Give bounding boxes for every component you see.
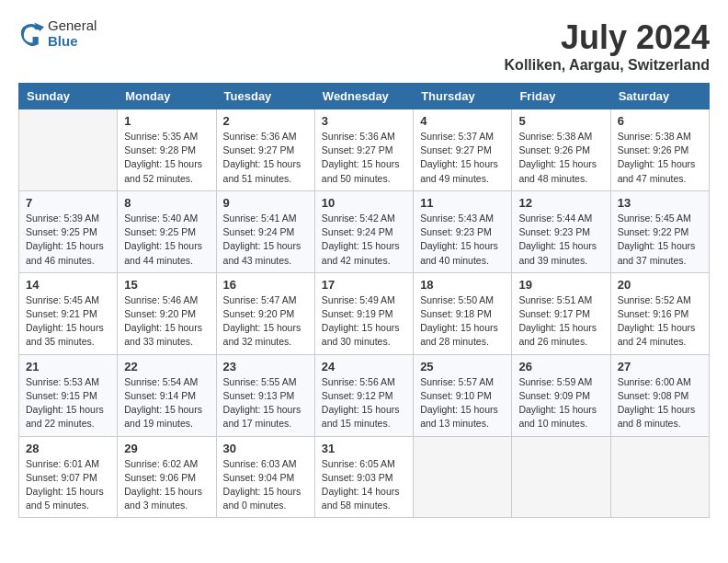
day-header-friday: Friday [512,84,610,109]
cell-day-number: 24 [322,360,406,373]
calendar-cell: 17Sunrise: 5:49 AM Sunset: 9:19 PM Dayli… [314,272,413,354]
cell-day-number: 20 [618,278,702,292]
calendar-cell: 28Sunrise: 6:01 AM Sunset: 9:07 PM Dayli… [19,436,118,518]
cell-day-info: Sunrise: 5:45 AM Sunset: 9:22 PM Dayligh… [618,212,702,268]
cell-day-info: Sunrise: 5:46 AM Sunset: 9:20 PM Dayligh… [124,293,209,350]
calendar-cell: 10Sunrise: 5:42 AM Sunset: 9:24 PM Dayli… [314,190,413,272]
cell-day-info: Sunrise: 5:55 AM Sunset: 9:13 PM Dayligh… [223,375,308,431]
cell-day-number: 13 [618,196,702,210]
calendar-cell: 29Sunrise: 6:02 AM Sunset: 9:06 PM Dayli… [118,436,216,518]
cell-day-info: Sunrise: 5:59 AM Sunset: 9:09 PM Dayligh… [518,375,603,431]
calendar-cell: 8Sunrise: 5:40 AM Sunset: 9:25 PM Daylig… [118,190,216,272]
cell-day-number: 30 [223,442,308,455]
cell-day-info: Sunrise: 5:56 AM Sunset: 9:12 PM Dayligh… [322,375,406,431]
cell-day-number: 4 [420,114,505,128]
calendar-week-row: 7Sunrise: 5:39 AM Sunset: 9:25 PM Daylig… [19,190,710,272]
logo-icon [18,21,44,47]
cell-day-info: Sunrise: 6:01 AM Sunset: 9:07 PM Dayligh… [26,457,110,513]
calendar-week-row: 28Sunrise: 6:01 AM Sunset: 9:07 PM Dayli… [19,436,710,518]
cell-day-info: Sunrise: 5:38 AM Sunset: 9:26 PM Dayligh… [518,130,603,186]
cell-day-number: 12 [518,196,603,210]
cell-day-info: Sunrise: 6:02 AM Sunset: 9:06 PM Dayligh… [124,457,209,513]
calendar-week-row: 21Sunrise: 5:53 AM Sunset: 9:15 PM Dayli… [19,354,710,436]
cell-day-number: 11 [420,196,505,210]
cell-day-number: 26 [518,360,603,373]
cell-day-info: Sunrise: 5:38 AM Sunset: 9:26 PM Dayligh… [618,130,702,186]
calendar-cell: 9Sunrise: 5:41 AM Sunset: 9:24 PM Daylig… [216,190,314,272]
cell-day-info: Sunrise: 5:40 AM Sunset: 9:25 PM Dayligh… [124,212,209,268]
calendar-cell: 2Sunrise: 5:36 AM Sunset: 9:27 PM Daylig… [216,109,314,191]
calendar-cell [414,436,512,518]
cell-day-number: 16 [223,278,308,292]
calendar-table: SundayMondayTuesdayWednesdayThursdayFrid… [18,83,710,518]
calendar-week-row: 14Sunrise: 5:45 AM Sunset: 9:21 PM Dayli… [19,272,710,354]
calendar-cell: 26Sunrise: 5:59 AM Sunset: 9:09 PM Dayli… [512,354,610,436]
cell-day-number: 9 [223,196,308,210]
cell-day-info: Sunrise: 5:36 AM Sunset: 9:27 PM Dayligh… [322,130,406,186]
cell-day-number: 7 [26,196,110,210]
cell-day-info: Sunrise: 5:42 AM Sunset: 9:24 PM Dayligh… [322,212,406,268]
calendar-cell: 12Sunrise: 5:44 AM Sunset: 9:23 PM Dayli… [512,190,610,272]
logo: General Blue [18,18,97,49]
cell-day-number: 15 [124,278,209,292]
cell-day-info: Sunrise: 5:39 AM Sunset: 9:25 PM Dayligh… [26,212,110,268]
calendar-cell: 1Sunrise: 5:35 AM Sunset: 9:28 PM Daylig… [118,109,216,191]
calendar-cell: 7Sunrise: 5:39 AM Sunset: 9:25 PM Daylig… [19,190,118,272]
page-header: General Blue July 2024 Kolliken, Aargau,… [18,18,710,74]
calendar-cell: 6Sunrise: 5:38 AM Sunset: 9:26 PM Daylig… [610,109,709,191]
calendar-cell [610,436,709,518]
cell-day-info: Sunrise: 5:37 AM Sunset: 9:27 PM Dayligh… [420,130,505,186]
calendar-cell: 25Sunrise: 5:57 AM Sunset: 9:10 PM Dayli… [414,354,512,436]
cell-day-number: 25 [420,360,505,373]
calendar-cell: 30Sunrise: 6:03 AM Sunset: 9:04 PM Dayli… [216,436,314,518]
calendar-cell: 11Sunrise: 5:43 AM Sunset: 9:23 PM Dayli… [414,190,512,272]
cell-day-info: Sunrise: 6:03 AM Sunset: 9:04 PM Dayligh… [223,457,308,513]
day-header-sunday: Sunday [19,84,118,109]
calendar-cell: 4Sunrise: 5:37 AM Sunset: 9:27 PM Daylig… [414,109,512,191]
cell-day-number: 1 [124,114,209,128]
calendar-week-row: 1Sunrise: 5:35 AM Sunset: 9:28 PM Daylig… [19,109,710,191]
cell-day-number: 2 [223,114,308,128]
cell-day-number: 22 [124,360,209,373]
day-header-monday: Monday [118,84,216,109]
day-header-thursday: Thursday [414,84,512,109]
cell-day-info: Sunrise: 6:00 AM Sunset: 9:08 PM Dayligh… [618,375,702,431]
cell-day-number: 3 [322,114,406,128]
calendar-cell: 14Sunrise: 5:45 AM Sunset: 9:21 PM Dayli… [19,272,118,354]
cell-day-info: Sunrise: 5:51 AM Sunset: 9:17 PM Dayligh… [518,293,603,350]
calendar-header-row: SundayMondayTuesdayWednesdayThursdayFrid… [19,84,710,109]
cell-day-number: 29 [124,442,209,455]
cell-day-info: Sunrise: 5:45 AM Sunset: 9:21 PM Dayligh… [26,293,110,350]
calendar-cell: 20Sunrise: 5:52 AM Sunset: 9:16 PM Dayli… [610,272,709,354]
cell-day-number: 19 [518,278,603,292]
calendar-cell [19,109,118,191]
cell-day-number: 17 [322,278,406,292]
cell-day-number: 21 [26,360,110,373]
calendar-cell: 31Sunrise: 6:05 AM Sunset: 9:03 PM Dayli… [314,436,413,518]
calendar-cell: 18Sunrise: 5:50 AM Sunset: 9:18 PM Dayli… [414,272,512,354]
calendar-cell: 13Sunrise: 5:45 AM Sunset: 9:22 PM Dayli… [610,190,709,272]
cell-day-number: 10 [322,196,406,210]
cell-day-number: 23 [223,360,308,373]
calendar-cell: 16Sunrise: 5:47 AM Sunset: 9:20 PM Dayli… [216,272,314,354]
logo-blue-text: Blue [48,34,97,50]
cell-day-number: 31 [322,442,406,455]
calendar-cell: 22Sunrise: 5:54 AM Sunset: 9:14 PM Dayli… [118,354,216,436]
cell-day-info: Sunrise: 5:52 AM Sunset: 9:16 PM Dayligh… [618,293,702,350]
cell-day-info: Sunrise: 5:41 AM Sunset: 9:24 PM Dayligh… [223,212,308,268]
calendar-cell: 23Sunrise: 5:55 AM Sunset: 9:13 PM Dayli… [216,354,314,436]
cell-day-info: Sunrise: 5:57 AM Sunset: 9:10 PM Dayligh… [420,375,505,431]
calendar-cell: 15Sunrise: 5:46 AM Sunset: 9:20 PM Dayli… [118,272,216,354]
calendar-cell [512,436,610,518]
title-section: July 2024 Kolliken, Aargau, Switzerland [505,18,710,74]
cell-day-number: 6 [618,114,702,128]
calendar-cell: 21Sunrise: 5:53 AM Sunset: 9:15 PM Dayli… [19,354,118,436]
location-title: Kolliken, Aargau, Switzerland [505,57,710,74]
cell-day-info: Sunrise: 5:49 AM Sunset: 9:19 PM Dayligh… [322,293,406,350]
logo-text: General Blue [48,18,97,49]
cell-day-number: 8 [124,196,209,210]
cell-day-info: Sunrise: 5:54 AM Sunset: 9:14 PM Dayligh… [124,375,209,431]
cell-day-info: Sunrise: 5:36 AM Sunset: 9:27 PM Dayligh… [223,130,308,186]
day-header-tuesday: Tuesday [216,84,314,109]
cell-day-info: Sunrise: 5:53 AM Sunset: 9:15 PM Dayligh… [26,375,110,431]
